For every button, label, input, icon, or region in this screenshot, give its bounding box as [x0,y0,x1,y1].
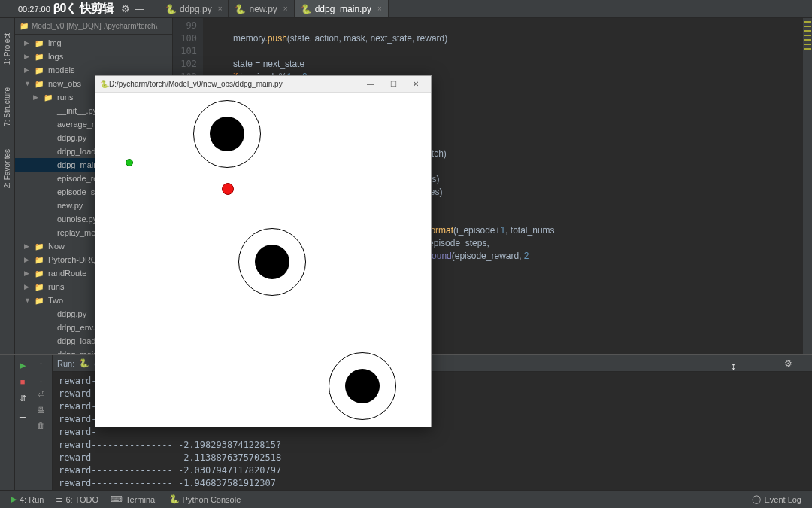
up-icon[interactable]: ↑ [39,360,44,369]
tab-label: ddpg.py [180,4,212,14]
obstacle-circle [193,100,261,168]
python-icon: 🐍 [165,4,177,14]
tree-item[interactable]: ▶📁logs [15,50,172,63]
structure-tool-button[interactable]: 7: Structure [3,87,11,126]
python-icon: 🐍 [79,358,89,368]
tab-label: new.py [249,4,277,14]
trash-icon[interactable]: 🗑 [37,421,45,430]
python-icon: 🐍 [235,4,246,14]
pygame-window[interactable]: 🐍 D:/pycharm/torch/Model_v0/new_obs/ddpg… [95,75,432,427]
close-icon[interactable]: ✕ [405,78,426,91]
resize-cursor-icon: ↕ [731,360,734,372]
obstacle-circle [329,352,396,420]
minimize-icon[interactable]: — [360,78,381,91]
run-tool-button[interactable]: ▶4: Run [5,494,50,504]
stop-icon[interactable]: ■ [17,376,28,387]
editor-tabs: 🐍 ddpg.py × 🐍 new.py × 🐍 ddpg_main.py × [159,0,389,17]
top-bar: 00:27:00 β0く 快剪辑 ⚙ — 🐍 ddpg.py × 🐍 new.p… [0,0,812,18]
target-dot [222,183,234,195]
down-icon[interactable]: ↓ [39,375,44,384]
close-icon[interactable]: × [283,5,288,13]
run-label: Run: [57,359,74,368]
close-icon[interactable]: ☰ [17,409,28,420]
tab-ddpg-main[interactable]: 🐍 ddpg_main.py × [295,0,389,17]
editor-error-stripe[interactable] [803,18,812,354]
breadcrumb-text: Model_v0 [My_DQN] .\pycharm\torch\ [32,22,157,30]
todo-tool-button[interactable]: ≣6: TODO [50,494,105,504]
terminal-tool-button[interactable]: ⌨Terminal [105,494,163,504]
gear-icon[interactable]: ⚙ [121,3,130,14]
bottom-tool-bar: ▶4: Run ≣6: TODO ⌨Terminal 🐍Python Conso… [0,490,812,508]
overlay-logo: β0く 快剪辑 [53,1,114,17]
left-tool-rail: 1: Project 7: Structure 2: Favorites [0,18,15,354]
agent-dot [126,159,133,166]
minimize-icon[interactable]: — [135,3,144,14]
tab-new[interactable]: 🐍 new.py × [229,0,294,17]
print-icon[interactable]: 🖶 [37,406,45,415]
pin-icon[interactable]: ⇵ [17,393,28,403]
project-icon: 📁 [20,22,29,30]
tab-label: ddpg_main.py [315,4,371,14]
tab-ddpg[interactable]: 🐍 ddpg.py × [159,0,229,17]
pygame-canvas [95,93,431,427]
gear-icon[interactable]: ⚙ [784,358,792,369]
tree-item[interactable]: ▶📁img [15,36,172,50]
minimize-icon[interactable]: — [798,358,807,369]
run-actions: ▶ ■ ⇵ ☰ [15,355,30,490]
project-tool-button[interactable]: 1: Project [3,33,11,65]
python-icon: 🐍 [301,4,312,14]
rerun-icon[interactable]: ▶ [17,360,28,370]
python-console-tool-button[interactable]: 🐍Python Console [163,494,247,504]
event-log-button[interactable]: ◯Event Log [746,494,807,504]
run-output-tools: ↑ ↓ ⏎ 🖶 🗑 [30,355,53,490]
obstacle-circle [238,228,306,296]
close-icon[interactable]: × [377,5,382,13]
maximize-icon[interactable]: ☐ [383,78,404,91]
pygame-title: D:/pycharm/torch/Model_v0/new_obs/ddpg_m… [109,80,283,88]
wrap-icon[interactable]: ⏎ [38,390,44,400]
pygame-titlebar[interactable]: 🐍 D:/pycharm/torch/Model_v0/new_obs/ddpg… [95,76,431,93]
close-icon[interactable]: × [218,5,223,13]
overlay-timer: 00:27:00 [18,5,50,14]
python-icon: 🐍 [100,80,109,88]
favorites-tool-button[interactable]: 2: Favorites [3,149,11,188]
breadcrumb: 📁 Model_v0 [My_DQN] .\pycharm\torch\ [15,18,172,35]
